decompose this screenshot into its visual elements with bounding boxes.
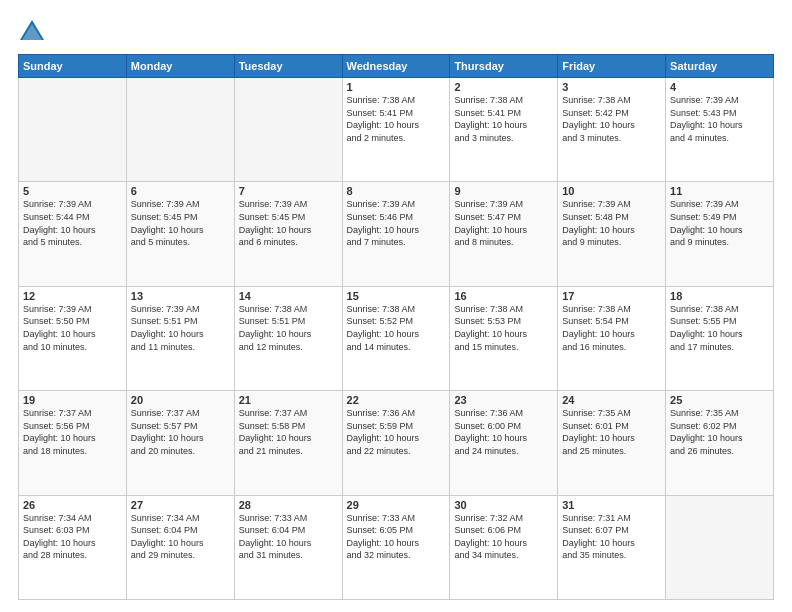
calendar-week-row: 26Sunrise: 7:34 AM Sunset: 6:03 PM Dayli…	[19, 495, 774, 599]
day-info: Sunrise: 7:39 AM Sunset: 5:44 PM Dayligh…	[23, 198, 122, 248]
day-info: Sunrise: 7:37 AM Sunset: 5:56 PM Dayligh…	[23, 407, 122, 457]
day-number: 17	[562, 290, 661, 302]
calendar-cell: 25Sunrise: 7:35 AM Sunset: 6:02 PM Dayli…	[666, 391, 774, 495]
calendar-cell: 12Sunrise: 7:39 AM Sunset: 5:50 PM Dayli…	[19, 286, 127, 390]
calendar-cell: 13Sunrise: 7:39 AM Sunset: 5:51 PM Dayli…	[126, 286, 234, 390]
weekday-header-row: SundayMondayTuesdayWednesdayThursdayFrid…	[19, 55, 774, 78]
day-info: Sunrise: 7:36 AM Sunset: 6:00 PM Dayligh…	[454, 407, 553, 457]
calendar-cell: 6Sunrise: 7:39 AM Sunset: 5:45 PM Daylig…	[126, 182, 234, 286]
logo	[18, 18, 48, 46]
day-number: 20	[131, 394, 230, 406]
day-info: Sunrise: 7:34 AM Sunset: 6:04 PM Dayligh…	[131, 512, 230, 562]
day-info: Sunrise: 7:39 AM Sunset: 5:45 PM Dayligh…	[239, 198, 338, 248]
day-info: Sunrise: 7:37 AM Sunset: 5:57 PM Dayligh…	[131, 407, 230, 457]
calendar-cell: 28Sunrise: 7:33 AM Sunset: 6:04 PM Dayli…	[234, 495, 342, 599]
calendar-cell	[19, 78, 127, 182]
day-info: Sunrise: 7:33 AM Sunset: 6:05 PM Dayligh…	[347, 512, 446, 562]
calendar-cell	[666, 495, 774, 599]
day-info: Sunrise: 7:38 AM Sunset: 5:54 PM Dayligh…	[562, 303, 661, 353]
calendar-cell: 21Sunrise: 7:37 AM Sunset: 5:58 PM Dayli…	[234, 391, 342, 495]
calendar-cell: 2Sunrise: 7:38 AM Sunset: 5:41 PM Daylig…	[450, 78, 558, 182]
day-number: 3	[562, 81, 661, 93]
day-info: Sunrise: 7:38 AM Sunset: 5:41 PM Dayligh…	[454, 94, 553, 144]
day-number: 23	[454, 394, 553, 406]
day-info: Sunrise: 7:38 AM Sunset: 5:51 PM Dayligh…	[239, 303, 338, 353]
calendar-week-row: 5Sunrise: 7:39 AM Sunset: 5:44 PM Daylig…	[19, 182, 774, 286]
weekday-header-tuesday: Tuesday	[234, 55, 342, 78]
calendar-cell: 17Sunrise: 7:38 AM Sunset: 5:54 PM Dayli…	[558, 286, 666, 390]
calendar-cell: 24Sunrise: 7:35 AM Sunset: 6:01 PM Dayli…	[558, 391, 666, 495]
day-info: Sunrise: 7:37 AM Sunset: 5:58 PM Dayligh…	[239, 407, 338, 457]
calendar-week-row: 19Sunrise: 7:37 AM Sunset: 5:56 PM Dayli…	[19, 391, 774, 495]
calendar-cell: 5Sunrise: 7:39 AM Sunset: 5:44 PM Daylig…	[19, 182, 127, 286]
day-info: Sunrise: 7:38 AM Sunset: 5:42 PM Dayligh…	[562, 94, 661, 144]
calendar-cell: 30Sunrise: 7:32 AM Sunset: 6:06 PM Dayli…	[450, 495, 558, 599]
day-number: 1	[347, 81, 446, 93]
day-number: 25	[670, 394, 769, 406]
day-info: Sunrise: 7:33 AM Sunset: 6:04 PM Dayligh…	[239, 512, 338, 562]
weekday-header-saturday: Saturday	[666, 55, 774, 78]
calendar-cell: 16Sunrise: 7:38 AM Sunset: 5:53 PM Dayli…	[450, 286, 558, 390]
calendar-cell: 10Sunrise: 7:39 AM Sunset: 5:48 PM Dayli…	[558, 182, 666, 286]
header	[18, 18, 774, 46]
day-number: 4	[670, 81, 769, 93]
day-number: 5	[23, 185, 122, 197]
day-number: 18	[670, 290, 769, 302]
day-number: 24	[562, 394, 661, 406]
day-number: 14	[239, 290, 338, 302]
logo-icon	[18, 18, 46, 46]
day-info: Sunrise: 7:39 AM Sunset: 5:48 PM Dayligh…	[562, 198, 661, 248]
day-info: Sunrise: 7:39 AM Sunset: 5:47 PM Dayligh…	[454, 198, 553, 248]
day-info: Sunrise: 7:36 AM Sunset: 5:59 PM Dayligh…	[347, 407, 446, 457]
calendar-cell: 18Sunrise: 7:38 AM Sunset: 5:55 PM Dayli…	[666, 286, 774, 390]
day-number: 2	[454, 81, 553, 93]
day-info: Sunrise: 7:31 AM Sunset: 6:07 PM Dayligh…	[562, 512, 661, 562]
calendar-cell: 7Sunrise: 7:39 AM Sunset: 5:45 PM Daylig…	[234, 182, 342, 286]
calendar-cell: 8Sunrise: 7:39 AM Sunset: 5:46 PM Daylig…	[342, 182, 450, 286]
calendar-cell: 31Sunrise: 7:31 AM Sunset: 6:07 PM Dayli…	[558, 495, 666, 599]
calendar-cell: 9Sunrise: 7:39 AM Sunset: 5:47 PM Daylig…	[450, 182, 558, 286]
calendar-cell: 1Sunrise: 7:38 AM Sunset: 5:41 PM Daylig…	[342, 78, 450, 182]
day-number: 11	[670, 185, 769, 197]
calendar-cell: 15Sunrise: 7:38 AM Sunset: 5:52 PM Dayli…	[342, 286, 450, 390]
day-number: 13	[131, 290, 230, 302]
day-number: 6	[131, 185, 230, 197]
day-info: Sunrise: 7:34 AM Sunset: 6:03 PM Dayligh…	[23, 512, 122, 562]
calendar-cell	[126, 78, 234, 182]
weekday-header-sunday: Sunday	[19, 55, 127, 78]
calendar-cell: 4Sunrise: 7:39 AM Sunset: 5:43 PM Daylig…	[666, 78, 774, 182]
day-number: 28	[239, 499, 338, 511]
day-number: 19	[23, 394, 122, 406]
day-number: 12	[23, 290, 122, 302]
weekday-header-monday: Monday	[126, 55, 234, 78]
day-number: 7	[239, 185, 338, 197]
day-info: Sunrise: 7:39 AM Sunset: 5:51 PM Dayligh…	[131, 303, 230, 353]
calendar-cell	[234, 78, 342, 182]
day-info: Sunrise: 7:39 AM Sunset: 5:49 PM Dayligh…	[670, 198, 769, 248]
weekday-header-wednesday: Wednesday	[342, 55, 450, 78]
calendar-cell: 3Sunrise: 7:38 AM Sunset: 5:42 PM Daylig…	[558, 78, 666, 182]
day-number: 29	[347, 499, 446, 511]
day-number: 30	[454, 499, 553, 511]
weekday-header-friday: Friday	[558, 55, 666, 78]
day-info: Sunrise: 7:32 AM Sunset: 6:06 PM Dayligh…	[454, 512, 553, 562]
day-number: 8	[347, 185, 446, 197]
day-number: 10	[562, 185, 661, 197]
calendar-cell: 26Sunrise: 7:34 AM Sunset: 6:03 PM Dayli…	[19, 495, 127, 599]
calendar-table: SundayMondayTuesdayWednesdayThursdayFrid…	[18, 54, 774, 600]
day-info: Sunrise: 7:39 AM Sunset: 5:43 PM Dayligh…	[670, 94, 769, 144]
day-number: 15	[347, 290, 446, 302]
day-info: Sunrise: 7:38 AM Sunset: 5:53 PM Dayligh…	[454, 303, 553, 353]
day-info: Sunrise: 7:39 AM Sunset: 5:46 PM Dayligh…	[347, 198, 446, 248]
calendar-cell: 23Sunrise: 7:36 AM Sunset: 6:00 PM Dayli…	[450, 391, 558, 495]
calendar-cell: 20Sunrise: 7:37 AM Sunset: 5:57 PM Dayli…	[126, 391, 234, 495]
calendar-week-row: 1Sunrise: 7:38 AM Sunset: 5:41 PM Daylig…	[19, 78, 774, 182]
day-number: 27	[131, 499, 230, 511]
calendar-cell: 29Sunrise: 7:33 AM Sunset: 6:05 PM Dayli…	[342, 495, 450, 599]
day-info: Sunrise: 7:38 AM Sunset: 5:52 PM Dayligh…	[347, 303, 446, 353]
calendar-week-row: 12Sunrise: 7:39 AM Sunset: 5:50 PM Dayli…	[19, 286, 774, 390]
day-number: 16	[454, 290, 553, 302]
weekday-header-thursday: Thursday	[450, 55, 558, 78]
calendar-cell: 19Sunrise: 7:37 AM Sunset: 5:56 PM Dayli…	[19, 391, 127, 495]
page: SundayMondayTuesdayWednesdayThursdayFrid…	[0, 0, 792, 612]
